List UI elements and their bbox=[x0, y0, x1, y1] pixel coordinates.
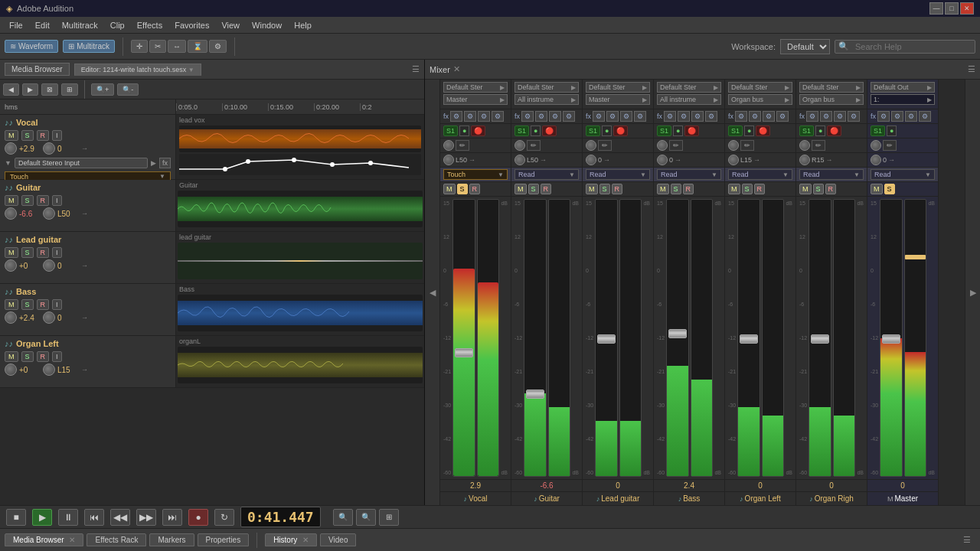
zoom-in-btn[interactable]: 🔍 bbox=[333, 509, 353, 526]
zoom-fit-btn[interactable]: ⊞ bbox=[379, 509, 399, 526]
ch-send-btn-lg[interactable]: S1 bbox=[586, 126, 600, 136]
fader-meter-r-bass[interactable] bbox=[691, 199, 714, 477]
ch-fx-btn2-guitar[interactable]: ⚙ bbox=[535, 111, 547, 122]
pan-knob-organleft[interactable] bbox=[43, 364, 55, 376]
fader-thumb-lg[interactable] bbox=[597, 334, 616, 344]
track-btn-i-leadguitar[interactable]: I bbox=[52, 247, 62, 258]
track-btn-s-bass[interactable]: S bbox=[21, 299, 34, 310]
ch-route-top-ol[interactable]: Default Ster ▶ bbox=[728, 82, 792, 93]
track-btn-s-organleft[interactable]: S bbox=[21, 351, 34, 362]
ch-fx-btn2-master[interactable]: ⚙ bbox=[891, 111, 903, 122]
ch-pan-knob-guitar[interactable] bbox=[514, 155, 525, 165]
ch-m-or[interactable]: M bbox=[799, 184, 812, 194]
ch-s-guitar[interactable]: S bbox=[528, 184, 539, 194]
tab-history[interactable]: History ✕ bbox=[265, 533, 317, 546]
rewind-button[interactable]: ◀◀ bbox=[110, 509, 130, 526]
tab-properties[interactable]: Properties bbox=[198, 533, 250, 546]
ch-pwr-master[interactable] bbox=[871, 140, 881, 151]
edit-tool2[interactable]: ⊞ bbox=[61, 83, 78, 96]
ch-send-btn-or[interactable]: S1 bbox=[799, 126, 814, 136]
ch-send-pwr-or[interactable]: ● bbox=[815, 126, 825, 136]
ch-pwr-guitar[interactable] bbox=[514, 140, 525, 151]
ch-send-pwr-master[interactable]: ● bbox=[887, 126, 897, 136]
ch-m-master[interactable]: M bbox=[871, 184, 883, 194]
track-expand[interactable]: ▼ bbox=[5, 159, 11, 167]
ch-pan-right-vocal[interactable]: → bbox=[469, 156, 475, 164]
time-tool[interactable]: ⌛ bbox=[188, 40, 207, 53]
track-fx-btn[interactable]: fx bbox=[159, 158, 171, 168]
ch-s-vocal[interactable]: S bbox=[457, 184, 468, 194]
ch-fx-btn3-lg[interactable]: ⚙ bbox=[620, 111, 632, 122]
track-content-bass[interactable]: Bass bbox=[176, 284, 424, 335]
ch-m-vocal[interactable]: M bbox=[443, 184, 456, 194]
tab-close-media[interactable]: ✕ bbox=[69, 536, 75, 544]
ch-fx-btn4-or[interactable]: ⚙ bbox=[848, 111, 860, 122]
ch-m-bass[interactable]: M bbox=[657, 184, 669, 194]
fader-meter-l-guitar[interactable] bbox=[524, 199, 547, 477]
track-btn-r-leadguitar[interactable]: R bbox=[37, 247, 50, 258]
zoom-out[interactable]: 🔍- bbox=[117, 83, 139, 96]
pan-knob-bass[interactable] bbox=[43, 311, 55, 324]
ch-r-bass[interactable]: R bbox=[683, 184, 694, 194]
ch-fx-btn3[interactable]: ⚙ bbox=[478, 111, 490, 122]
ch-pan-knob-vocal[interactable] bbox=[443, 155, 454, 165]
fader-thumb-vocal[interactable] bbox=[455, 348, 474, 357]
ch-route-bot-bass[interactable]: All instrume ▶ bbox=[657, 94, 721, 105]
ch-pan-knob-bass[interactable] bbox=[657, 155, 668, 165]
ch-fx-btn1-master[interactable]: ⚙ bbox=[877, 111, 890, 122]
ch-fx-btn2-or[interactable]: ⚙ bbox=[820, 111, 832, 122]
ch-r-vocal[interactable]: R bbox=[469, 184, 481, 194]
ch-pwr-or[interactable] bbox=[799, 140, 810, 151]
maximize-button[interactable]: □ bbox=[945, 2, 959, 15]
mixer-scroll-left[interactable]: ◀ bbox=[425, 80, 440, 505]
ch-send-pwr-guitar[interactable]: ● bbox=[531, 126, 541, 136]
bottom-panel-options[interactable]: ☰ bbox=[959, 535, 975, 545]
fader-meter-l-lg[interactable] bbox=[595, 199, 618, 477]
ch-fx-btn3-master[interactable]: ⚙ bbox=[905, 111, 917, 122]
ch-pencil-lg[interactable]: ✏ bbox=[598, 140, 612, 151]
ch-fx-btn3-bass[interactable]: ⚙ bbox=[691, 111, 704, 122]
track-btn-m-leadguitar[interactable]: M bbox=[5, 247, 18, 258]
ch-route-top-vocal[interactable]: Default Ster ▶ bbox=[443, 82, 508, 93]
ch-s-master[interactable]: S bbox=[884, 184, 895, 194]
ch-fx-btn4-bass[interactable]: ⚙ bbox=[705, 111, 717, 122]
ch-route-bot-ol[interactable]: Organ bus ▶ bbox=[728, 94, 792, 105]
ch-mode-select-guitar[interactable]: Read ▼ bbox=[514, 169, 579, 180]
ch-mode-select-lg[interactable]: Read ▼ bbox=[586, 169, 650, 180]
ch-fx-btn4[interactable]: ⚙ bbox=[492, 111, 504, 122]
track-btn-r-guitar[interactable]: R bbox=[37, 195, 50, 206]
ch-send-red-vocal[interactable]: 🔴 bbox=[471, 126, 485, 136]
ch-fx-btn3-guitar[interactable]: ⚙ bbox=[549, 111, 561, 122]
ch-fx-btn1-lg[interactable]: ⚙ bbox=[593, 111, 605, 122]
ch-s-lg[interactable]: S bbox=[599, 184, 610, 194]
ch-pan-right-bass[interactable]: → bbox=[675, 156, 681, 164]
ch-mode-select-ol[interactable]: Read ▼ bbox=[728, 169, 792, 180]
ch-send-btn-vocal[interactable]: S1 bbox=[443, 126, 458, 136]
mixer-scroll-right[interactable]: ▶ bbox=[965, 80, 980, 505]
ch-route-top-bass[interactable]: Default Ster ▶ bbox=[657, 82, 721, 93]
track-btn-m-organleft[interactable]: M bbox=[5, 351, 18, 362]
ch-r-ol[interactable]: R bbox=[754, 184, 766, 194]
stop-button[interactable]: ■ bbox=[6, 509, 26, 526]
loop-button[interactable]: ↻ bbox=[214, 509, 234, 526]
track-btn-m-bass[interactable]: M bbox=[5, 299, 18, 310]
track-content-guitar[interactable]: Guitar bbox=[176, 180, 424, 231]
ch-fx-btn4-master[interactable]: ⚙ bbox=[919, 111, 931, 122]
fader-meter-l-ol[interactable] bbox=[737, 199, 760, 477]
razor-tool[interactable]: ✂ bbox=[149, 40, 166, 53]
ch-fx-btn4-guitar[interactable]: ⚙ bbox=[563, 111, 575, 122]
nudge-right[interactable]: ▶ bbox=[22, 83, 38, 96]
fader-meter-r-ol[interactable] bbox=[762, 199, 785, 477]
close-button[interactable]: ✕ bbox=[960, 2, 974, 15]
ch-pwr-vocal[interactable] bbox=[443, 140, 454, 151]
mixer-close[interactable]: ✕ bbox=[453, 64, 460, 74]
fader-meter-l-or[interactable] bbox=[808, 199, 831, 477]
menu-multitrack[interactable]: Multitrack bbox=[56, 19, 104, 31]
prev-button[interactable]: ⏮ bbox=[84, 509, 104, 526]
tab-media-browser[interactable]: Media Browser ✕ bbox=[5, 533, 83, 546]
ch-send-pwr-lg[interactable]: ● bbox=[602, 126, 612, 136]
tab-close-history[interactable]: ✕ bbox=[302, 536, 309, 544]
ch-route-bot-leadguitar[interactable]: Master ▶ bbox=[586, 94, 650, 105]
ch-route-bot-guitar[interactable]: All instrume ▶ bbox=[514, 94, 579, 105]
fader-meter-r-guitar[interactable] bbox=[548, 199, 571, 477]
